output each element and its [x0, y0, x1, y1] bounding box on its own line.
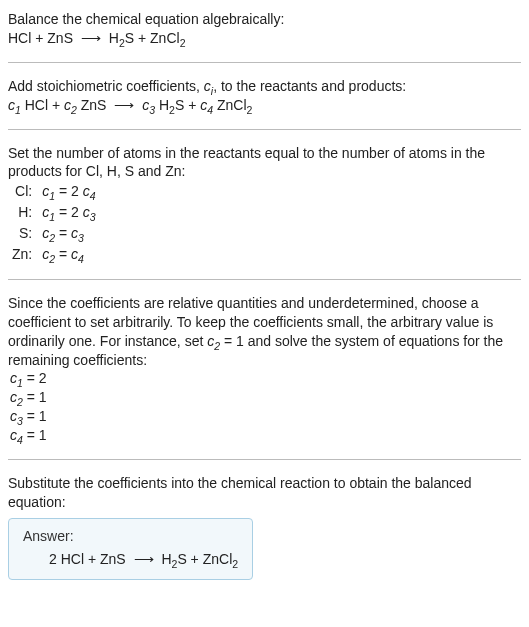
answer-rhs: H2S + ZnCl2 [161, 551, 238, 567]
arrow-icon: ⟶ [130, 551, 158, 567]
element-eq: c2 = c3 [42, 223, 101, 244]
eq-sign: = 2 [55, 204, 83, 220]
balanced-equation: 2 HCl + ZnS ⟶ H2S + ZnCl2 [23, 550, 238, 569]
divider [8, 279, 521, 280]
element-eq: c2 = c4 [42, 244, 101, 265]
answer-box: Answer: 2 HCl + ZnS ⟶ H2S + ZnCl2 [8, 518, 253, 580]
divider [8, 129, 521, 130]
plus: + [134, 30, 150, 46]
coeff-line: c1 = 2 [10, 369, 521, 388]
element-label: S: [12, 223, 42, 244]
reactant-1: HCl [8, 30, 31, 46]
cval: = 2 [23, 370, 47, 386]
step-1-text-b: , to the reactants and products: [213, 78, 406, 94]
table-row: Zn:c2 = c4 [12, 244, 102, 265]
product-1a: H [109, 30, 119, 46]
c4-sub: 2 [247, 103, 253, 115]
product-1b: S [125, 30, 134, 46]
plus: + [187, 551, 203, 567]
c4-a: ZnCl [213, 97, 246, 113]
c4: c4 [200, 97, 213, 113]
arrow-icon: ⟶ [110, 97, 138, 113]
eq-sign: = [55, 246, 71, 262]
step-1-text-a: Add stoichiometric coefficients, [8, 78, 204, 94]
reactant-2: ZnS [47, 30, 73, 46]
element-label: Zn: [12, 244, 42, 265]
table-row: Cl:c1 = 2 c4 [12, 181, 102, 202]
eq-sign: = [55, 225, 71, 241]
ci-c: c [204, 78, 211, 94]
rhs-s: 3 [78, 232, 84, 244]
answer-label: Answer: [23, 527, 238, 546]
step-4-text: Substitute the coefficients into the che… [8, 474, 521, 512]
rhs-s: 4 [90, 190, 96, 202]
cv: c [10, 389, 17, 405]
product-2a: ZnCl [150, 30, 180, 46]
element-label: Cl: [12, 181, 42, 202]
unbalanced-equation: HCl + ZnS ⟶ H2S + ZnCl2 [8, 29, 521, 48]
c3: c3 [142, 97, 155, 113]
step-2-section: Set the number of atoms in the reactants… [8, 144, 521, 265]
cv: c [10, 408, 17, 424]
p1a: H [161, 551, 171, 567]
arrow-icon: ⟶ [77, 30, 105, 46]
rhs-c: c [71, 225, 78, 241]
c1-v: c [8, 97, 15, 113]
cval: = 1 [23, 408, 47, 424]
answer-lhs: 2 HCl + ZnS [49, 551, 126, 567]
c2-v: c [64, 97, 71, 113]
rhs-s: 4 [78, 253, 84, 265]
c1: c1 [8, 97, 21, 113]
plus: + [184, 97, 200, 113]
cval: = 1 [23, 389, 47, 405]
element-eq: c1 = 2 c3 [42, 202, 101, 223]
intro-prompt: Balance the chemical equation algebraica… [8, 10, 521, 29]
rhs-s: 3 [90, 211, 96, 223]
table-row: S:c2 = c3 [12, 223, 102, 244]
rhs-c: c [83, 183, 90, 199]
divider [8, 62, 521, 63]
p2a: ZnCl [203, 551, 233, 567]
atom-balance-table: Cl:c1 = 2 c4 H:c1 = 2 c3 S:c2 = c3 Zn:c2… [12, 181, 102, 265]
step-4-section: Substitute the coefficients into the che… [8, 474, 521, 580]
p2s: 2 [232, 558, 238, 570]
rhs-c: c [83, 204, 90, 220]
table-row: H:c1 = 2 c3 [12, 202, 102, 223]
c2: c2 [64, 97, 77, 113]
rhs-c: c [71, 246, 78, 262]
c3-term: H2S [155, 97, 184, 113]
step-3-text: Since the coefficients are relative quan… [8, 294, 521, 370]
coeff-line: c2 = 1 [10, 388, 521, 407]
set-coeff-val: = 1 [220, 333, 244, 349]
set-coeff: c2 [207, 333, 220, 349]
step-3-section: Since the coefficients are relative quan… [8, 294, 521, 445]
divider [8, 459, 521, 460]
plus: + [31, 30, 47, 46]
element-label: H: [12, 202, 42, 223]
ci-symbol: ci [204, 78, 213, 94]
element-eq: c1 = 2 c4 [42, 181, 101, 202]
product-2-sub: 2 [180, 37, 186, 49]
coeff-line: c3 = 1 [10, 407, 521, 426]
product-2: ZnCl2 [150, 30, 185, 46]
c1-term: HCl [21, 97, 48, 113]
step-1-text: Add stoichiometric coefficients, ci, to … [8, 77, 521, 96]
eq-sign: = 2 [55, 183, 83, 199]
c4-term: ZnCl2 [213, 97, 252, 113]
step-2-text: Set the number of atoms in the reactants… [8, 144, 521, 182]
cv: c [10, 370, 17, 386]
coeff-equation: c1 HCl + c2 ZnS ⟶ c3 H2S + c4 ZnCl2 [8, 96, 521, 115]
product-1: H2S [109, 30, 134, 46]
cv: c [10, 427, 17, 443]
plus: + [48, 97, 64, 113]
c3-a: H [155, 97, 169, 113]
cval: = 1 [23, 427, 47, 443]
coeff-line: c4 = 1 [10, 426, 521, 445]
p1b: S [177, 551, 186, 567]
step-1-section: Add stoichiometric coefficients, ci, to … [8, 77, 521, 115]
c2-term: ZnS [77, 97, 107, 113]
intro-section: Balance the chemical equation algebraica… [8, 10, 521, 48]
c3-b: S [175, 97, 184, 113]
solved-coefficients: c1 = 2 c2 = 1 c3 = 1 c4 = 1 [10, 369, 521, 445]
